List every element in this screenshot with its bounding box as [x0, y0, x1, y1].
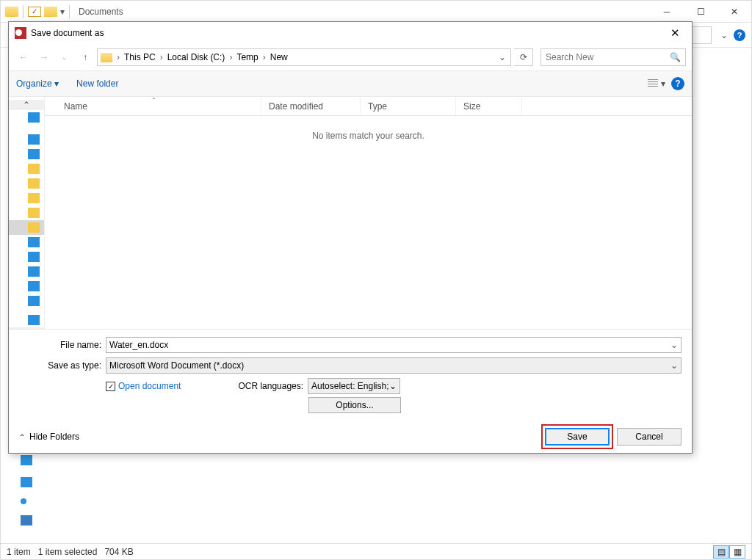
dialog-search-input[interactable]: Search New 🔍: [540, 48, 686, 66]
open-document-checkbox[interactable]: ✓ Open document: [106, 381, 181, 391]
status-size: 704 KB: [104, 547, 133, 557]
app-icon: [15, 27, 26, 39]
minimize-button[interactable]: ─: [650, 1, 684, 23]
dialog-close-button[interactable]: ✕: [665, 26, 686, 40]
view-options-button[interactable]: ▾: [648, 79, 665, 89]
ribbon-chevron-icon[interactable]: ⌄: [720, 30, 728, 40]
chevron-right-icon[interactable]: ›: [229, 52, 232, 62]
dialog-titlebar[interactable]: Save document as ✕: [9, 22, 692, 44]
status-selection: 1 item selected: [38, 547, 98, 557]
details-view-icon[interactable]: ▤: [713, 545, 729, 559]
large-icons-view-icon[interactable]: ▦: [729, 545, 745, 559]
save-button[interactable]: Save: [545, 428, 610, 446]
dialog-toolbar: Organize ▾ New folder ▾ ?: [9, 70, 692, 97]
chevron-down-icon[interactable]: ⌄: [670, 360, 678, 371]
forward-button[interactable]: →: [35, 48, 53, 66]
savetype-select[interactable]: Microsoft Word Document (*.docx) ⌄: [106, 357, 682, 374]
sort-indicator-icon: ⌃: [151, 97, 156, 103]
hide-folders-button[interactable]: ⌃ Hide Folders: [19, 432, 79, 442]
new-folder-button[interactable]: New folder: [76, 79, 118, 89]
maximize-button[interactable]: ☐: [684, 1, 717, 23]
ocr-languages-select[interactable]: Autoselect: English; G ⌄: [308, 378, 400, 394]
checkbox-checked-icon: ✓: [106, 382, 115, 391]
column-size[interactable]: Size: [463, 101, 480, 112]
cancel-button[interactable]: Cancel: [617, 428, 682, 446]
address-bar[interactable]: › This PC › Local Disk (C:) › Temp › New…: [97, 48, 511, 66]
chevron-right-icon[interactable]: ›: [117, 52, 120, 62]
file-list[interactable]: Name ⌃ Date modified Type Size No items …: [45, 97, 692, 329]
dialog-footer: ⌃ Hide Folders Save Cancel: [9, 421, 692, 453]
scroll-up-icon[interactable]: ⌃: [9, 100, 44, 110]
column-name[interactable]: Name: [64, 101, 87, 112]
close-button[interactable]: ✕: [717, 1, 751, 23]
qat-dropdown-icon[interactable]: ▾: [60, 7, 65, 17]
recent-locations-button[interactable]: ⌄: [56, 48, 73, 66]
breadcrumb-segment[interactable]: This PC: [124, 52, 156, 62]
folder-icon: [101, 53, 112, 62]
ocr-label: OCR languages:: [238, 381, 303, 391]
back-button[interactable]: ←: [15, 48, 32, 66]
chevron-right-icon[interactable]: ›: [263, 52, 266, 62]
explorer-titlebar: ✓ ▾ Documents ─ ☐ ✕: [1, 1, 751, 23]
save-as-dialog: Save document as ✕ ← → ⌄ ↑ › This PC › L…: [8, 21, 693, 454]
chevron-down-icon[interactable]: ⌄: [389, 381, 397, 391]
tree-fragment: [21, 455, 43, 528]
filename-label: File name:: [9, 340, 101, 350]
properties-icon[interactable]: ✓: [28, 7, 41, 17]
address-dropdown-icon[interactable]: ⌄: [499, 52, 506, 62]
empty-message: No items match your search.: [45, 116, 692, 141]
dialog-title: Save document as: [31, 28, 104, 38]
dialog-nav: ← → ⌄ ↑ › This PC › Local Disk (C:) › Te…: [9, 44, 692, 70]
save-fields: File name: Water_en.docx ⌄ Save as type:…: [9, 329, 692, 421]
organize-button[interactable]: Organize ▾: [16, 79, 59, 89]
filename-input[interactable]: Water_en.docx ⌄: [106, 337, 682, 353]
savetype-value: Microsoft Word Document (*.docx): [109, 360, 670, 371]
status-item-count: 1 item: [7, 547, 31, 557]
chevron-right-icon[interactable]: ›: [160, 52, 163, 62]
breadcrumb-segment[interactable]: Temp: [236, 52, 258, 62]
folder-icon[interactable]: [5, 7, 18, 17]
up-button[interactable]: ↑: [76, 48, 94, 66]
dialog-folder-tree[interactable]: ⌃ ⌄: [9, 97, 45, 329]
savetype-label: Save as type:: [9, 360, 101, 371]
chevron-up-icon: ⌃: [19, 433, 25, 441]
column-headers[interactable]: Name ⌃ Date modified Type Size: [45, 97, 692, 116]
help-icon[interactable]: ?: [671, 77, 684, 90]
options-button[interactable]: Options...: [308, 397, 401, 413]
column-date[interactable]: Date modified: [269, 101, 323, 112]
explorer-title: Documents: [79, 7, 123, 17]
filename-value: Water_en.docx: [109, 340, 670, 350]
chevron-down-icon[interactable]: ⌄: [670, 340, 678, 350]
search-placeholder: Search New: [546, 52, 670, 62]
search-icon: 🔍: [670, 52, 681, 62]
dialog-body: ⌃ ⌄ Name ⌃ Date modifi: [9, 97, 692, 329]
breadcrumb-segment[interactable]: New: [270, 52, 288, 62]
refresh-button[interactable]: ⟳: [514, 48, 533, 66]
explorer-statusbar: 1 item 1 item selected 704 KB ▤ ▦: [1, 543, 751, 559]
column-type[interactable]: Type: [368, 101, 387, 112]
folder-icon[interactable]: [44, 7, 57, 17]
help-icon[interactable]: ?: [734, 29, 745, 41]
breadcrumb-segment[interactable]: Local Disk (C:): [167, 52, 225, 62]
